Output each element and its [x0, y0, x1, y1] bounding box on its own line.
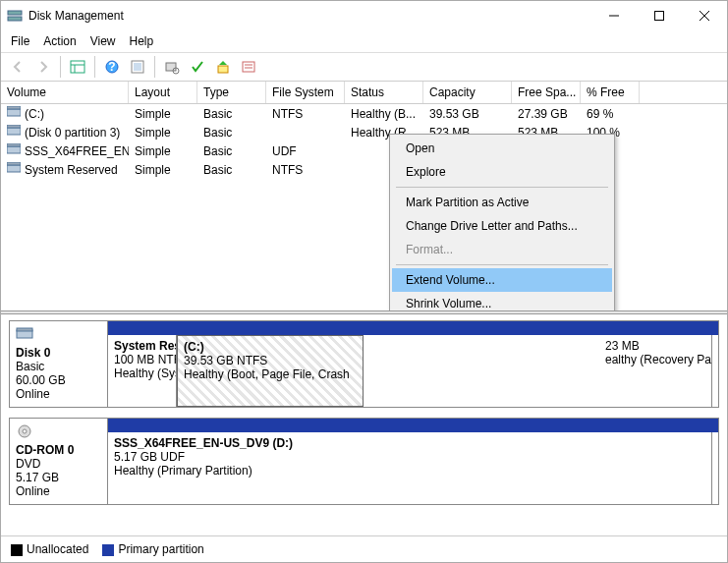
disk-name: Disk 0	[16, 346, 101, 360]
col-pfree[interactable]: % Free	[581, 82, 640, 103]
partition[interactable]: System Reser100 MB NTFSHealthy (Syste	[108, 335, 177, 407]
volume-list-header: Volume Layout Type File System Status Ca…	[1, 82, 727, 104]
col-type[interactable]: Type	[197, 82, 266, 103]
volume-layout: Simple	[129, 162, 197, 178]
check-button[interactable]	[187, 56, 208, 78]
svg-rect-25	[7, 165, 21, 172]
disk-status: Online	[16, 387, 101, 401]
volume-row[interactable]: (Disk 0 partition 3)SimpleBasicHealthy (…	[1, 123, 727, 141]
menu-view[interactable]: View	[90, 34, 116, 48]
drive-icon	[7, 125, 21, 140]
disk-size: 60.00 GB	[16, 373, 101, 387]
svg-rect-0	[8, 11, 22, 15]
graphical-view: Disk 0Basic60.00 GBOnlineSystem Reser100…	[1, 314, 727, 535]
menu-file[interactable]: File	[11, 34, 29, 48]
svg-rect-22	[7, 125, 21, 128]
forward-button[interactable]	[32, 56, 54, 78]
col-free[interactable]: Free Spa...	[512, 82, 581, 103]
menu-item-mark-partition-as-active[interactable]: Mark Partition as Active	[392, 191, 612, 214]
volume-capacity: 39.53 GB	[423, 106, 512, 122]
partition-status: Healthy (Primary Partition)	[114, 464, 705, 478]
close-button[interactable]	[682, 1, 727, 30]
toolbar-separator	[94, 56, 95, 78]
app-icon	[7, 8, 23, 24]
partition-title: SSS_X64FREE_EN-US_DV9 (D:)	[114, 436, 705, 450]
disk-info: Disk 0Basic60.00 GBOnline	[10, 321, 108, 407]
help-button[interactable]: ?	[101, 56, 123, 78]
volume-name: SSS_X64FREE_EN-...	[25, 144, 129, 158]
partition-status: Healthy (Boot, Page File, Crash	[184, 367, 357, 381]
volume-name: (Disk 0 partition 3)	[25, 126, 120, 140]
partition[interactable]: SSS_X64FREE_EN-US_DV9 (D:)5.17 GB UDFHea…	[108, 432, 712, 504]
volume-type: Basic	[197, 162, 266, 178]
menu-item-extend-volume[interactable]: Extend Volume...	[392, 268, 612, 292]
volume-row[interactable]: SSS_X64FREE_EN-...SimpleBasicUDF%	[1, 141, 727, 160]
settings-button[interactable]	[238, 56, 259, 78]
volume-list[interactable]: (C:)SimpleBasicNTFSHealthy (B...39.53 GB…	[1, 104, 727, 310]
menu-item-change-drive-letter-and-paths[interactable]: Change Drive Letter and Paths...	[392, 214, 612, 238]
toolbar-separator	[154, 56, 155, 78]
volume-fs	[266, 132, 345, 134]
partition[interactable]: 23 MBealthy (Recovery Pa	[599, 335, 712, 407]
partition-size: 23 MB	[605, 339, 705, 353]
svg-rect-3	[655, 12, 664, 21]
legend-unallocated: Unallocated	[11, 542, 88, 556]
volume-row[interactable]: System ReservedSimpleBasicNTFS%	[1, 160, 727, 179]
disk-name: CD-ROM 0	[16, 443, 101, 457]
menu-item-format: Format...	[392, 238, 612, 261]
menu-item-open[interactable]: Open	[392, 137, 612, 160]
disk-size: 5.17 GB	[16, 471, 101, 484]
svg-rect-16	[243, 62, 254, 72]
svg-point-30	[23, 429, 27, 433]
toolbar: ?	[1, 53, 727, 82]
volume-status: Healthy (B...	[345, 106, 423, 122]
volume-type: Basic	[197, 143, 266, 159]
svg-rect-13	[166, 63, 176, 71]
maximize-button[interactable]	[637, 1, 682, 30]
partition-title: (C:)	[184, 340, 357, 354]
col-filesystem[interactable]: File System	[266, 82, 345, 103]
partition-size: 39.53 GB NTFS	[184, 354, 357, 367]
disk-type: DVD	[16, 457, 101, 471]
col-status[interactable]: Status	[345, 82, 423, 103]
disk-status: Online	[16, 484, 101, 498]
svg-text:?: ?	[108, 60, 115, 74]
rescan-button[interactable]	[161, 56, 183, 78]
context-menu: OpenExploreMark Partition as ActiveChang…	[389, 134, 615, 310]
partition-status: ealthy (Recovery Pa	[605, 353, 705, 366]
partition-title: System Reser	[114, 339, 170, 353]
svg-rect-1	[8, 17, 22, 21]
menu-separator	[396, 264, 608, 265]
menu-action[interactable]: Action	[43, 34, 76, 48]
back-button[interactable]	[7, 56, 28, 78]
show-hide-console-button[interactable]	[67, 56, 88, 78]
menu-help[interactable]: Help	[130, 34, 154, 48]
col-volume[interactable]: Volume	[1, 82, 129, 103]
volume-type: Basic	[197, 125, 266, 141]
volume-layout: Simple	[129, 143, 197, 159]
volume-name: (C:)	[25, 107, 44, 121]
partition-size: 100 MB NTFS	[114, 353, 170, 366]
svg-rect-26	[7, 162, 21, 165]
volume-type: Basic	[197, 106, 266, 122]
svg-rect-15	[218, 66, 228, 73]
menu-item-explore[interactable]: Explore	[392, 160, 612, 184]
disk-header-bar	[108, 321, 718, 335]
volume-fs: NTFS	[266, 162, 345, 178]
menu-item-shrink-volume[interactable]: Shrink Volume...	[392, 292, 612, 310]
disk-row: Disk 0Basic60.00 GBOnlineSystem Reser100…	[9, 320, 719, 408]
refresh-button[interactable]	[127, 56, 148, 78]
up-button[interactable]	[212, 56, 234, 78]
disk-row: CD-ROM 0DVD5.17 GBOnlineSSS_X64FREE_EN-U…	[9, 418, 719, 505]
legend-primary: Primary partition	[102, 542, 203, 556]
volume-row[interactable]: (C:)SimpleBasicNTFSHealthy (B...39.53 GB…	[1, 104, 727, 123]
svg-rect-12	[134, 63, 141, 71]
volume-name: System Reserved	[25, 163, 118, 177]
col-layout[interactable]: Layout	[129, 82, 197, 103]
volume-free: 27.39 GB	[512, 106, 581, 122]
col-capacity[interactable]: Capacity	[423, 82, 512, 103]
window-title: Disk Management	[28, 9, 124, 23]
partition[interactable]: (C:)39.53 GB NTFSHealthy (Boot, Page Fil…	[177, 335, 364, 407]
volume-fs: NTFS	[266, 106, 345, 122]
minimize-button[interactable]	[591, 1, 637, 30]
